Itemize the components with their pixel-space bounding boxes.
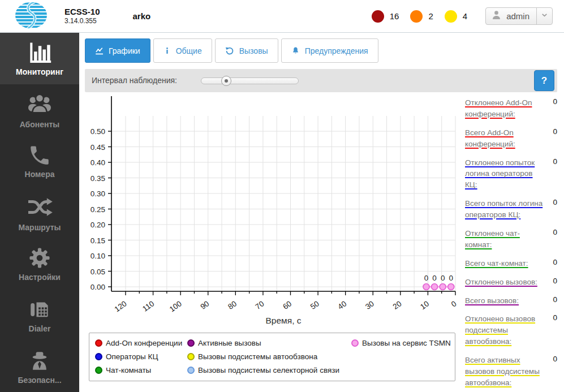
data-point-6[interactable] <box>432 284 438 290</box>
counter-item-6: Отклонено вызовов:0 <box>465 277 557 288</box>
help-button[interactable]: ? <box>534 70 554 91</box>
bar-chart-icon <box>27 40 52 65</box>
legend-marker-icon <box>351 339 359 347</box>
y-tick-label: 0.35 <box>91 174 105 183</box>
sidebar-item-label: Маршруты <box>19 223 61 232</box>
legend-item-4: Вызовы подсистемы автообзвона <box>187 352 351 361</box>
legend-marker-icon <box>187 353 195 360</box>
sidebar-item-3[interactable]: Маршруты <box>0 187 79 238</box>
line-chart-icon <box>95 46 104 55</box>
top-bar: ECSS-10 3.14.0.355 arko 1624 admin <box>0 0 564 33</box>
sidebar-item-6[interactable]: Безопасн... <box>0 341 79 392</box>
legend-label: Вызовы на сервис TSMN <box>362 339 451 347</box>
person-icon <box>490 9 502 23</box>
security-icon <box>27 348 52 373</box>
counter-value: 0 <box>553 355 557 363</box>
legend-item-3: Активные вызовы <box>187 339 351 347</box>
counter-link[interactable]: Отклонено чат-комнат: <box>465 229 520 249</box>
alert-major-count: 2 <box>428 11 433 21</box>
interval-slider-handle[interactable] <box>221 76 231 86</box>
counter-link[interactable]: Всего Add-On конференций: <box>465 128 515 148</box>
user-name: admin <box>506 11 529 21</box>
user-menu-caret[interactable] <box>536 8 552 24</box>
legend-column: Вызовы на сервис TSMN <box>351 339 451 381</box>
legend-label: Активные вызовы <box>198 339 261 347</box>
info-icon <box>163 47 171 54</box>
counter-value: 0 <box>553 228 557 236</box>
data-point-6[interactable] <box>448 284 454 290</box>
y-tick-label: 0.45 <box>91 143 105 152</box>
x-tick-label: 80 <box>226 299 238 311</box>
history-icon <box>225 46 234 55</box>
interval-label: Интервал наблюдения: <box>92 76 177 85</box>
interval-slider[interactable] <box>201 77 299 84</box>
sidebar-item-label: Безопасн... <box>18 376 61 385</box>
alert-critical-count: 16 <box>390 11 399 21</box>
tab-1[interactable]: Общие <box>153 38 212 63</box>
phone-icon <box>28 144 51 167</box>
x-tick-label: 20 <box>391 299 403 311</box>
user-menu-button[interactable]: admin <box>485 7 553 25</box>
y-tick-label: 0.00 <box>91 283 105 291</box>
y-tick-label: 0.10 <box>91 252 105 260</box>
interval-toolbar: Интервал наблюдения: ? <box>85 69 557 92</box>
tab-2[interactable]: Вызовы <box>215 38 278 63</box>
counter-link[interactable]: Всего активных вызовов подсистемы автооб… <box>465 356 540 387</box>
counter-value: 0 <box>553 295 557 304</box>
counter-item-1: Всего Add-On конференций:0 <box>465 127 557 150</box>
monitoring-chart: 0.000.050.100.150.200.250.300.350.400.45… <box>79 93 470 332</box>
legend-marker-icon <box>187 367 195 374</box>
legend-label: Чат-комнаты <box>106 366 151 374</box>
y-tick-label: 0.15 <box>91 236 105 245</box>
counter-value: 0 <box>553 277 557 285</box>
counter-link[interactable]: Отклонено вызовов подсистемы автообзвона… <box>465 315 535 346</box>
counter-link[interactable]: Отклонено Add-On конференций: <box>465 98 532 118</box>
sidebar-item-1[interactable]: Абоненты <box>0 84 79 136</box>
tab-3[interactable]: Предупреждения <box>281 38 378 63</box>
sidebar-item-label: Настройки <box>19 273 61 282</box>
subscribers-icon <box>26 91 53 118</box>
user-menu-main[interactable]: admin <box>486 9 536 23</box>
eltex-logo-icon <box>15 2 48 31</box>
sidebar-item-4[interactable]: Настройки <box>0 238 79 290</box>
counter-link[interactable]: Отклонено вызовов: <box>465 278 537 286</box>
chevron-down-icon <box>540 11 549 21</box>
counter-link[interactable]: Всего чат-комнат: <box>465 259 528 268</box>
counter-item-3: Всего попыток логина операторов КЦ:0 <box>465 198 557 221</box>
x-tick-label: 40 <box>336 299 348 311</box>
alert-major-icon[interactable] <box>410 10 423 23</box>
legend-item-2: Чат-комнаты <box>95 366 187 374</box>
sidebar-nav: МониторингАбонентыНомераМаршрутыНастройк… <box>0 33 79 392</box>
counter-link[interactable]: Всего вызовов: <box>465 296 519 305</box>
alert-critical-icon[interactable] <box>372 10 384 23</box>
legend-marker-icon <box>95 339 102 347</box>
x-tick-label: 10 <box>419 299 430 311</box>
y-tick-label: 0.20 <box>91 221 105 229</box>
counter-item-2: Отклонено попыток логина операторов КЦ:0 <box>465 157 557 191</box>
counter-item-8: Отклонено вызовов подсистемы автообзвона… <box>465 313 557 347</box>
x-tick-label: 110 <box>141 299 156 313</box>
legend-column: Add-On конференцииОператоры КЦЧат-комнат… <box>95 339 187 381</box>
counter-link[interactable]: Отклонено попыток логина операторов КЦ: <box>465 158 535 189</box>
top-right-group: 1624 admin <box>372 7 553 25</box>
data-point-label: 0 <box>432 274 437 282</box>
counter-value: 0 <box>553 313 557 322</box>
tab-0[interactable]: Графики <box>85 38 150 63</box>
data-point-label: 0 <box>441 274 445 282</box>
data-point-6[interactable] <box>423 284 429 290</box>
alert-minor-icon[interactable] <box>445 10 457 23</box>
x-tick-label: 60 <box>281 299 293 311</box>
counter-link[interactable]: Всего попыток логина операторов КЦ: <box>465 199 543 219</box>
sidebar-item-5[interactable]: Dialer <box>0 290 79 341</box>
data-point-6[interactable] <box>440 284 446 290</box>
counter-value: 0 <box>553 198 557 206</box>
y-tick-label: 0.30 <box>91 189 105 198</box>
sidebar-item-2[interactable]: Номера <box>0 135 79 187</box>
legend-label: Операторы КЦ <box>106 352 158 361</box>
sidebar-item-0[interactable]: Мониторинг <box>0 33 79 84</box>
x-tick-label: 90 <box>199 299 211 311</box>
counter-value: 0 <box>553 127 557 136</box>
tab-label: Графики <box>109 46 140 55</box>
sidebar-item-label: Номера <box>25 170 55 179</box>
x-tick-label: 100 <box>168 299 183 313</box>
